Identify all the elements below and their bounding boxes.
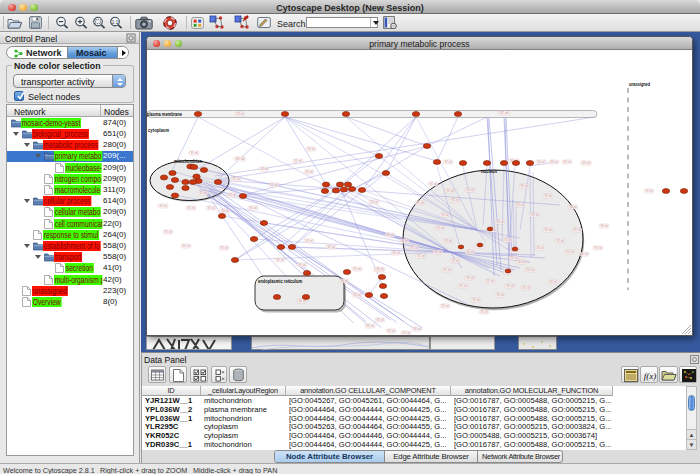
svg-text:GO-nd: GO-nd: [435, 250, 442, 254]
svg-text:GO-nd: GO-nd: [160, 204, 167, 208]
svg-text:GO-nd: GO-nd: [545, 228, 552, 232]
svg-text:GO-nd: GO-nd: [481, 310, 488, 314]
svg-text:GO-nd: GO-nd: [377, 318, 384, 322]
svg-text:1:1: 1:1: [112, 20, 119, 25]
svg-text:GO-nd: GO-nd: [261, 167, 268, 171]
svg-text:GO-nd: GO-nd: [551, 160, 558, 164]
svg-text:GO-nd: GO-nd: [411, 246, 418, 250]
svg-text:GO-nd: GO-nd: [442, 213, 449, 217]
svg-text:GO-nd: GO-nd: [200, 191, 207, 195]
svg-text:GO-nd: GO-nd: [208, 206, 215, 210]
svg-text:GO-nd: GO-nd: [306, 170, 313, 174]
svg-text:GO-nd: GO-nd: [221, 246, 228, 250]
svg-text:GO-nd: GO-nd: [387, 233, 394, 237]
svg-text:GO-nd: GO-nd: [473, 298, 480, 302]
svg-text:GO-nd: GO-nd: [354, 293, 361, 297]
svg-text:GO-nd: GO-nd: [467, 188, 474, 192]
svg-text:GO-nd: GO-nd: [277, 258, 284, 262]
svg-text:GO-nd: GO-nd: [557, 239, 564, 243]
svg-text:GO-nd: GO-nd: [165, 230, 172, 234]
svg-text:GO-nd: GO-nd: [527, 268, 534, 272]
svg-text:GO-nd: GO-nd: [388, 329, 395, 333]
svg-text:GO-nd: GO-nd: [377, 267, 384, 271]
svg-text:GO-nd: GO-nd: [403, 331, 410, 335]
svg-text:GO-nd: GO-nd: [581, 252, 588, 256]
svg-text:GO-nd: GO-nd: [452, 198, 459, 202]
svg-text:cytoplasm: cytoplasm: [148, 127, 169, 133]
svg-text:GO-nd: GO-nd: [414, 327, 421, 331]
svg-text:GO-nd: GO-nd: [497, 293, 504, 297]
svg-text:GO-nd: GO-nd: [354, 267, 361, 271]
svg-text:GO-nd: GO-nd: [401, 239, 408, 243]
svg-text:GO-nd: GO-nd: [550, 280, 557, 284]
svg-text:GO-nd: GO-nd: [371, 200, 378, 204]
svg-text:GO-nd: GO-nd: [574, 228, 581, 232]
svg-text:GO-nd: GO-nd: [237, 112, 244, 116]
svg-text:GO-nd: GO-nd: [532, 213, 539, 217]
svg-text:GO-nd: GO-nd: [518, 260, 525, 264]
svg-text:f(x): f(x): [644, 371, 657, 381]
svg-text:GO-nd: GO-nd: [229, 193, 236, 197]
svg-text:GO-nd: GO-nd: [250, 206, 257, 210]
svg-text:GO-nd: GO-nd: [601, 224, 608, 228]
svg-text:GO-nd: GO-nd: [523, 286, 530, 290]
svg-text:plasma membrane: plasma membrane: [147, 111, 183, 117]
svg-text:GO-nd: GO-nd: [236, 157, 245, 161]
svg-text:nucleus: nucleus: [481, 168, 497, 174]
svg-text:GO-nd: GO-nd: [222, 209, 229, 213]
svg-text:GO-nd: GO-nd: [521, 184, 528, 188]
svg-text:GO-nd: GO-nd: [646, 189, 653, 193]
svg-text:GO-nd: GO-nd: [417, 201, 424, 205]
svg-text:GO-nd: GO-nd: [191, 151, 198, 155]
svg-text:GO-nd: GO-nd: [564, 160, 571, 164]
svg-text:GO-nd: GO-nd: [341, 279, 348, 283]
svg-text:GO-nd: GO-nd: [460, 284, 467, 288]
svg-text:GO-nd: GO-nd: [507, 284, 514, 288]
svg-text:mitochondrion: mitochondrion: [174, 158, 202, 164]
svg-text:GO-nd: GO-nd: [447, 189, 454, 193]
svg-text:GO-nd: GO-nd: [595, 246, 602, 250]
svg-text:GO-nd: GO-nd: [328, 245, 335, 249]
svg-text:GO-nd: GO-nd: [567, 250, 574, 254]
svg-text:GO-nd: GO-nd: [570, 205, 577, 209]
svg-text:GO-nd: GO-nd: [308, 147, 315, 151]
svg-text:GO-nd: GO-nd: [445, 239, 452, 243]
svg-text:GO-nd: GO-nd: [437, 226, 444, 230]
svg-text:GO-nd: GO-nd: [183, 244, 190, 248]
svg-text:GO-nd: GO-nd: [467, 276, 474, 280]
svg-text:GO-nd: GO-nd: [452, 259, 459, 263]
svg-text:GO-nd: GO-nd: [505, 238, 512, 242]
svg-text:GO-nd: GO-nd: [306, 239, 313, 243]
svg-text:GO-nd: GO-nd: [500, 111, 509, 115]
svg-text:endoplasmic reticulum: endoplasmic reticulum: [258, 278, 302, 284]
svg-text:GO-nd: GO-nd: [582, 161, 590, 165]
svg-text:GO-nd: GO-nd: [444, 268, 451, 272]
svg-text:GO-nd: GO-nd: [511, 256, 518, 260]
svg-text:GO-nd: GO-nd: [445, 160, 452, 164]
svg-text:GO-nd: GO-nd: [299, 263, 306, 267]
svg-text:GO-nd: GO-nd: [295, 159, 302, 163]
svg-text:GO-nd: GO-nd: [430, 182, 437, 186]
svg-text:GO-nd: GO-nd: [497, 220, 504, 224]
svg-text:GO-nd: GO-nd: [393, 251, 400, 255]
svg-text:unassigned: unassigned: [629, 81, 650, 87]
svg-text:GO-nd: GO-nd: [367, 324, 374, 328]
svg-text:GO-nd: GO-nd: [233, 177, 240, 181]
svg-text:GO-nd: GO-nd: [467, 250, 474, 254]
svg-text:GO-nd: GO-nd: [188, 206, 195, 210]
svg-text:GO-nd: GO-nd: [517, 203, 524, 207]
svg-text:GO-nd: GO-nd: [271, 183, 278, 187]
svg-text:GO-nd: GO-nd: [537, 246, 544, 250]
svg-text:GO-nd: GO-nd: [487, 279, 494, 283]
svg-text:GO-nd: GO-nd: [538, 160, 545, 164]
svg-text:GO-nd: GO-nd: [545, 194, 552, 198]
svg-text:GO-nd: GO-nd: [442, 304, 449, 308]
svg-text:GO-nd: GO-nd: [418, 254, 425, 258]
